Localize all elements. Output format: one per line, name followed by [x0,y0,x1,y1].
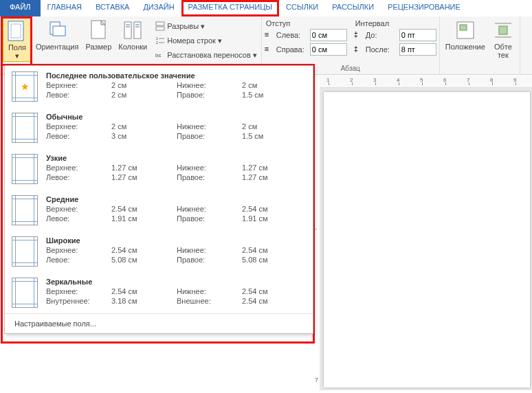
preset-title: Средние [46,195,306,203]
line-numbers-button[interactable]: 12 Номера строк▾ [154,34,258,47]
tab-home[interactable]: ГЛАВНАЯ [41,0,89,16]
margin-preset-5[interactable]: ЗеркальныеВерхнее:2.54 смНижнее:2.54 смВ… [5,272,313,313]
spacing-after-input[interactable] [399,43,436,56]
svg-rect-20 [499,26,507,34]
tab-page-layout[interactable]: РАЗМЕТКА СТРАНИЦЫ [181,0,279,16]
margin-preset-icon [12,154,38,184]
line-numbers-icon: 12 [155,36,165,45]
indent-left-icon: ≡ [265,30,274,40]
columns-icon [122,19,144,41]
orientation-button[interactable]: Ориентация [33,18,81,52]
margin-preset-4[interactable]: ШирокиеВерхнее:2.54 смНижнее:2.54 смЛево… [5,231,313,272]
margin-preset-icon [12,278,38,308]
breaks-icon [155,21,165,31]
indent-label: Отступ [265,19,347,27]
preset-title: Обычные [46,113,306,121]
svg-text:2: 2 [156,41,158,45]
tab-file[interactable]: ФАЙЛ [0,0,41,16]
tab-mailings[interactable]: РАССЫЛКИ [325,0,381,16]
indent-left-label: Слева: [276,31,308,39]
interval-label: Интервал [354,19,436,27]
indent-right-label: Справа: [276,45,308,54]
spacing-before-input[interactable] [399,29,436,41]
preset-title: Последнее пользовательское значение [46,71,306,80]
spacing-before-label: До: [366,31,397,39]
spacing-after-icon: ‡ [354,45,364,54]
wrap-text-button[interactable]: Обте тек [489,18,517,60]
margin-preset-icon [12,113,38,143]
tab-insert[interactable]: ВСТАВКА [89,0,136,16]
margin-preset-1[interactable]: ОбычныеВерхнее:2 смНижнее:2 смЛевое:3 см… [5,107,313,148]
indent-right-input[interactable] [310,43,347,56]
horizontal-ruler[interactable]: 123456789 [320,76,532,88]
document-page[interactable] [324,92,530,388]
tab-references[interactable]: ССЫЛКИ [279,0,325,16]
size-button[interactable]: Размер [82,18,114,52]
margin-preset-0[interactable]: Последнее пользовательское значениеВерхн… [5,66,313,107]
margins-icon [6,20,28,42]
position-icon [454,19,476,41]
margin-preset-icon [12,236,38,267]
svg-rect-3 [53,26,65,36]
svg-rect-19 [460,25,467,30]
margin-preset-3[interactable]: СредниеВерхнее:2.54 смНижнее:2.54 смЛево… [5,190,313,231]
hyphenation-button[interactable]: bc Расстановка переносов▾ [154,48,258,62]
size-icon [87,19,109,41]
svg-rect-12 [156,27,164,30]
preset-title: Узкие [46,154,306,162]
margins-dropdown: Последнее пользовательское значениеВерхн… [4,65,313,334]
wrap-text-icon [492,19,514,41]
tab-review[interactable]: РЕЦЕНЗИРОВАНИЕ [381,0,467,16]
orientation-icon [46,19,68,41]
margin-preset-icon [12,195,38,225]
svg-text:bc: bc [155,52,161,58]
tab-design[interactable]: ДИЗАЙН [136,0,181,16]
margin-preset-icon [12,71,38,102]
margin-preset-2[interactable]: УзкиеВерхнее:1.27 смНижнее:1.27 смЛевое:… [5,148,313,190]
spacing-before-icon: ‡ [354,30,364,40]
position-button[interactable]: Положение [443,18,488,52]
hyphenation-icon: bc [155,50,165,60]
columns-button[interactable]: Колонки [115,18,150,52]
spacing-after-label: После: [366,45,397,54]
ribbon-tabs: ФАЙЛ ГЛАВНАЯ ВСТАВКА ДИЗАЙН РАЗМЕТКА СТР… [0,0,532,16]
preset-title: Широкие [46,236,306,245]
preset-title: Зеркальные [46,278,306,286]
svg-rect-11 [156,22,164,25]
document-area: 123456789 - 7 [320,76,532,390]
indent-left-input[interactable] [310,29,347,41]
breaks-button[interactable]: Разрывы▾ [154,19,258,33]
indent-right-icon: ≡ [265,45,274,54]
margins-button[interactable]: Поля▾ [3,18,32,62]
custom-margins-button[interactable]: Настраиваемые поля... [5,313,313,333]
